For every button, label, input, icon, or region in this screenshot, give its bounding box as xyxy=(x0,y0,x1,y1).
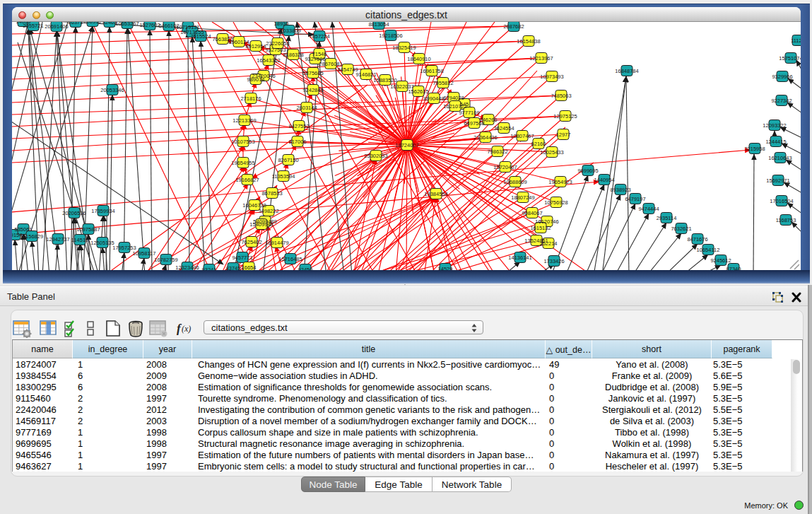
svg-text:15720407: 15720407 xyxy=(493,164,517,170)
svg-text:14136141: 14136141 xyxy=(508,255,531,261)
svg-text:18640910: 18640910 xyxy=(407,56,430,62)
svg-text:7632621: 7632621 xyxy=(671,226,691,232)
svg-text:20053346: 20053346 xyxy=(100,87,124,93)
svg-text:18325419: 18325419 xyxy=(392,45,416,51)
svg-text:12093322: 12093322 xyxy=(763,122,786,129)
svg-text:1168753: 1168753 xyxy=(776,217,796,223)
svg-text:9245612: 9245612 xyxy=(710,257,731,264)
svg-text:2087682: 2087682 xyxy=(503,23,524,30)
svg-text:8427552: 8427552 xyxy=(288,123,309,129)
svg-text:19218506: 19218506 xyxy=(379,33,402,39)
svg-text:12323446: 12323446 xyxy=(175,264,199,271)
svg-text:9474444: 9474444 xyxy=(638,206,659,212)
svg-text:12977: 12977 xyxy=(556,132,571,138)
svg-text:10975887: 10975887 xyxy=(76,226,100,233)
svg-text:9227342: 9227342 xyxy=(771,98,792,104)
svg-text:9329966: 9329966 xyxy=(772,74,792,80)
svg-text:16033809: 16033809 xyxy=(277,28,300,34)
svg-text:12213967: 12213967 xyxy=(529,55,553,62)
svg-text:3498222: 3498222 xyxy=(258,208,278,214)
svg-text:8938923: 8938923 xyxy=(610,187,630,193)
svg-text:7625402: 7625402 xyxy=(241,239,261,245)
svg-text:3624554: 3624554 xyxy=(493,125,514,132)
svg-text:16210643: 16210643 xyxy=(768,155,792,161)
svg-text:2935114: 2935114 xyxy=(657,215,677,221)
svg-text:8813054: 8813054 xyxy=(368,22,389,28)
svg-text:20206536: 20206536 xyxy=(62,210,86,216)
svg-text:15409948: 15409948 xyxy=(249,221,273,228)
svg-text:6794028: 6794028 xyxy=(443,95,464,101)
svg-text:16961758: 16961758 xyxy=(420,68,443,74)
svg-text:16654: 16654 xyxy=(242,264,257,271)
svg-text:17016504: 17016504 xyxy=(770,198,793,204)
svg-text:16914479: 16914479 xyxy=(265,240,288,246)
svg-text:19654955: 19654955 xyxy=(231,160,254,166)
svg-text:535061: 535061 xyxy=(14,226,32,233)
svg-text:15692971: 15692971 xyxy=(766,177,789,184)
svg-text:9242848: 9242848 xyxy=(302,87,323,93)
svg-text:18724007: 18724007 xyxy=(395,142,418,148)
svg-text:5875685: 5875685 xyxy=(302,70,323,76)
svg-text:15716485: 15716485 xyxy=(278,256,302,262)
svg-text:8471676: 8471676 xyxy=(687,236,707,243)
svg-text:8186328: 8186328 xyxy=(283,52,303,58)
svg-text:10688609: 10688609 xyxy=(503,179,526,185)
svg-text:20691406: 20691406 xyxy=(45,23,68,30)
svg-text:21364436: 21364436 xyxy=(473,134,497,141)
svg-text:62160: 62160 xyxy=(531,141,546,147)
svg-text:1562615: 1562615 xyxy=(408,88,428,95)
svg-text:6479197: 6479197 xyxy=(625,196,645,202)
svg-text:8454749: 8454749 xyxy=(337,66,358,73)
svg-text:10654112: 10654112 xyxy=(697,247,720,253)
svg-text:9699695: 9699695 xyxy=(577,168,598,174)
svg-text:252214: 252214 xyxy=(539,240,557,247)
svg-text:92463: 92463 xyxy=(102,22,117,25)
svg-text:206310: 206310 xyxy=(83,22,101,25)
svg-text:2803144: 2803144 xyxy=(296,105,317,111)
svg-text:15751074: 15751074 xyxy=(779,55,801,62)
svg-text:16120746: 16120746 xyxy=(535,218,558,225)
svg-text:10107553: 10107553 xyxy=(231,139,254,145)
svg-text:16782759: 16782759 xyxy=(154,257,177,263)
svg-text:1244415: 1244415 xyxy=(765,139,786,145)
svg-text:8678533: 8678533 xyxy=(261,190,282,197)
svg-text:71546: 71546 xyxy=(312,51,327,57)
svg-text:2718176: 2718176 xyxy=(240,95,261,102)
svg-text:19384554: 19384554 xyxy=(424,191,447,197)
svg-text:18807249: 18807249 xyxy=(511,194,534,201)
svg-text:7485063: 7485063 xyxy=(551,93,571,99)
svg-text:7955812: 7955812 xyxy=(433,80,453,86)
svg-text:7857224: 7857224 xyxy=(309,33,329,40)
svg-text:18930: 18930 xyxy=(274,22,289,27)
svg-text:114519: 114519 xyxy=(71,237,88,243)
svg-text:16210722: 16210722 xyxy=(443,103,466,110)
svg-text:1615132: 1615132 xyxy=(530,225,551,231)
svg-text:10756928: 10756928 xyxy=(544,199,567,206)
svg-text:7986322: 7986322 xyxy=(487,148,507,155)
svg-text:15883520: 15883520 xyxy=(373,77,396,83)
svg-text:12975125: 12975125 xyxy=(553,113,577,119)
svg-text:6497568: 6497568 xyxy=(464,120,484,127)
svg-text:10025433: 10025433 xyxy=(540,149,563,156)
svg-text:9084067: 9084067 xyxy=(522,210,542,216)
svg-text:8267150: 8267150 xyxy=(278,157,298,163)
svg-text:19654923: 19654923 xyxy=(548,179,572,185)
svg-text:(x): (x) xyxy=(182,324,191,334)
svg-text:11353594: 11353594 xyxy=(272,173,295,180)
svg-text:12213369: 12213369 xyxy=(233,117,256,124)
svg-text:12942737: 12942737 xyxy=(46,236,69,243)
svg-text:11122: 11122 xyxy=(791,37,801,44)
svg-text:1527602: 1527602 xyxy=(139,22,160,28)
svg-text:1733426: 1733426 xyxy=(543,258,564,264)
svg-text:26371: 26371 xyxy=(69,22,83,25)
svg-text:817006: 817006 xyxy=(288,139,306,145)
svg-text:8912954: 8912954 xyxy=(245,43,266,49)
svg-text:8990448: 8990448 xyxy=(423,95,444,102)
svg-text:83745: 83745 xyxy=(226,265,241,271)
svg-text:3215958: 3215958 xyxy=(744,146,765,152)
svg-text:16543362: 16543362 xyxy=(257,57,280,64)
svg-text:10958117: 10958117 xyxy=(133,250,156,257)
svg-text:25302033: 25302033 xyxy=(364,153,387,159)
svg-text:10973493: 10973493 xyxy=(540,74,563,80)
svg-text:11156829: 11156829 xyxy=(20,233,43,240)
